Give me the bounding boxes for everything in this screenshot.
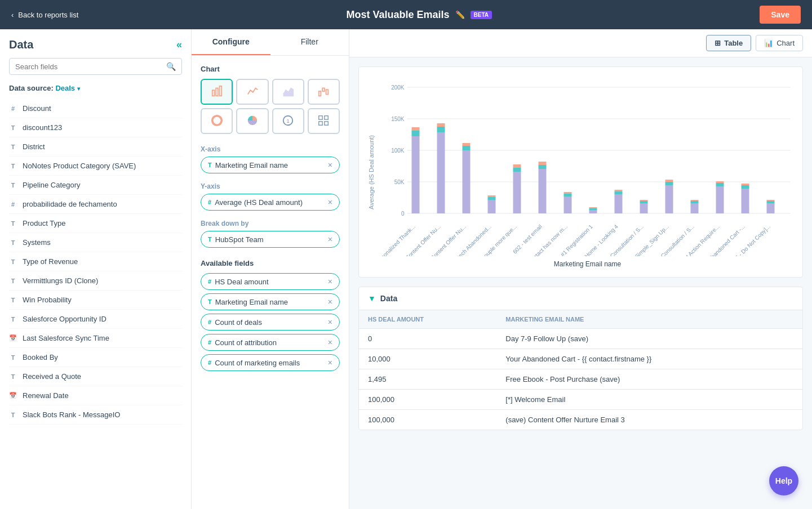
breakdown-field-tag[interactable]: T HubSpot Team × (201, 231, 340, 248)
field-list-item[interactable]: 📅Last Salesforce Sync Time (9, 329, 182, 348)
field-type-icon: # (9, 105, 17, 112)
svg-rect-31 (463, 146, 471, 150)
chart-type-grid-button[interactable] (308, 108, 340, 134)
field-type-icon: T (9, 182, 17, 189)
configure-tab-configure[interactable]: Configure (192, 29, 270, 55)
field-list-item[interactable]: TReceived a Quote (9, 367, 182, 386)
svg-rect-59 (691, 200, 699, 201)
field-name-label: Booked By (23, 353, 58, 361)
avail-remove-button[interactable]: × (328, 277, 332, 286)
field-list-item[interactable]: TVermittlungs ID (Clone) (9, 271, 182, 291)
search-input[interactable] (15, 62, 166, 71)
field-type-icon: T (9, 316, 17, 323)
field-list-item[interactable]: TBooked By (9, 348, 182, 367)
area-chart-icon (282, 85, 294, 99)
grid-chart-icon (317, 114, 330, 128)
field-type-icon: T (9, 239, 17, 246)
available-field-item[interactable]: #Count of marketing emails× (201, 354, 340, 371)
avail-remove-button[interactable]: × (328, 338, 332, 347)
field-name-label: Product Type (23, 219, 65, 227)
field-name-label: Received a Quote (23, 372, 81, 381)
field-list-item[interactable]: TProduct Type (9, 214, 182, 233)
sidebar-header: Data « (0, 38, 191, 58)
avail-field-name: Count of marketing emails (215, 359, 300, 367)
chart-type-selector: 1 (201, 79, 340, 134)
svg-rect-10 (319, 115, 322, 119)
field-list-item[interactable]: TWin Probability (9, 291, 182, 310)
breakdown-remove-button[interactable]: × (328, 235, 332, 244)
field-type-icon: T (9, 373, 17, 380)
field-list-item[interactable]: TType of Revenue (9, 252, 182, 271)
waterfall-chart-icon (317, 85, 330, 99)
numeric-chart-icon: 1 (282, 114, 294, 128)
data-section-header[interactable]: ▼ Data (359, 287, 802, 310)
available-field-item[interactable]: TMarketing Email name× (201, 293, 340, 310)
field-list-item[interactable]: TNoNotes Product Category (SAVE) (9, 157, 182, 176)
xaxis-label: X-axis (201, 145, 340, 153)
available-field-item[interactable]: #Count of attribution× (201, 334, 340, 351)
svg-rect-39 (539, 169, 547, 213)
chart-type-bar-button[interactable] (201, 79, 233, 105)
chart-type-line-button[interactable] (236, 79, 268, 105)
field-list-item[interactable]: #Discount (9, 99, 182, 118)
field-list-item[interactable]: TSalesforce Opportunity ID (9, 310, 182, 329)
svg-rect-33 (488, 200, 496, 213)
avail-remove-button[interactable]: × (328, 358, 332, 367)
field-list-item[interactable]: #probabilidade de fechamento (9, 195, 182, 214)
xaxis-section: X-axis T Marketing Email name × (201, 145, 340, 173)
svg-rect-11 (325, 115, 328, 119)
table-cell-amount: 100,000 (359, 410, 496, 430)
field-list-item[interactable]: TDistrict (9, 137, 182, 157)
data-source-dropdown-icon[interactable]: ▾ (77, 86, 80, 92)
field-list-item[interactable]: TSystems (9, 233, 182, 252)
field-name-label: Discount (23, 104, 51, 113)
yaxis-section: Y-axis # Average (HS Deal amount) × (201, 182, 340, 211)
field-type-icon: T (9, 144, 17, 150)
svg-rect-4 (323, 88, 325, 91)
field-type-icon: T (9, 278, 17, 284)
svg-rect-55 (665, 182, 673, 185)
help-button[interactable]: Help (769, 466, 798, 495)
svg-rect-38 (513, 164, 521, 168)
configure-tab-filter[interactable]: Filter (270, 29, 349, 55)
chart-type-waterfall-button[interactable] (308, 79, 340, 105)
field-list-item[interactable]: 📅Renewal Date (9, 386, 182, 405)
table-view-button[interactable]: ⊞ Table (706, 35, 751, 51)
chart-view-button[interactable]: 📊 Chart (756, 35, 803, 51)
svg-rect-51 (640, 203, 648, 213)
edit-icon[interactable]: ✏️ (455, 10, 465, 19)
field-list-item[interactable]: TSlack Bots Rank - MessageIO (9, 405, 182, 425)
available-field-item[interactable]: #Count of deals× (201, 314, 340, 331)
svg-rect-1 (216, 88, 218, 96)
avail-remove-button[interactable]: × (328, 297, 332, 306)
available-field-item[interactable]: #HS Deal amount× (201, 273, 340, 290)
field-list-item[interactable]: Tdiscount123 (9, 118, 182, 137)
data-source-link[interactable]: Deals (55, 84, 75, 92)
chart-type-donut-button[interactable] (201, 108, 233, 134)
field-type-icon: T (9, 297, 17, 303)
svg-rect-65 (742, 184, 749, 185)
svg-rect-60 (716, 186, 724, 213)
xaxis-remove-button[interactable]: × (328, 160, 332, 169)
svg-rect-43 (564, 194, 572, 197)
chart-type-numeric-button[interactable]: 1 (272, 108, 304, 134)
yaxis-label: Y-axis (201, 182, 340, 190)
chart-type-pie-button[interactable] (236, 108, 268, 134)
main-layout: Data « 🔍 Data source: Deals ▾ #DiscountT… (0, 29, 812, 509)
avail-remove-button[interactable]: × (328, 318, 332, 327)
breakdown-value: HubSpot Team (215, 235, 264, 244)
yaxis-remove-button[interactable]: × (328, 198, 332, 207)
save-button[interactable]: Save (760, 6, 801, 24)
table-row: 0Day 7-9 Follow Up (save) (359, 329, 802, 349)
chart-type-area-button[interactable] (272, 79, 304, 105)
yaxis-field-tag[interactable]: # Average (HS Deal amount) × (201, 194, 340, 211)
xaxis-field-tag[interactable]: T Marketing Email name × (201, 157, 340, 173)
search-box: 🔍 (9, 58, 182, 75)
collapse-sidebar-button[interactable]: « (176, 39, 182, 51)
avail-field-name: Marketing Email name (215, 298, 288, 306)
svg-rect-54 (665, 185, 673, 213)
field-list-item[interactable]: TPipeline Category (9, 176, 182, 195)
svg-rect-36 (513, 172, 521, 213)
back-to-reports-link[interactable]: ‹ Back to reports list (11, 11, 78, 19)
available-fields-section: Available fields #HS Deal amount×TMarket… (201, 259, 340, 371)
